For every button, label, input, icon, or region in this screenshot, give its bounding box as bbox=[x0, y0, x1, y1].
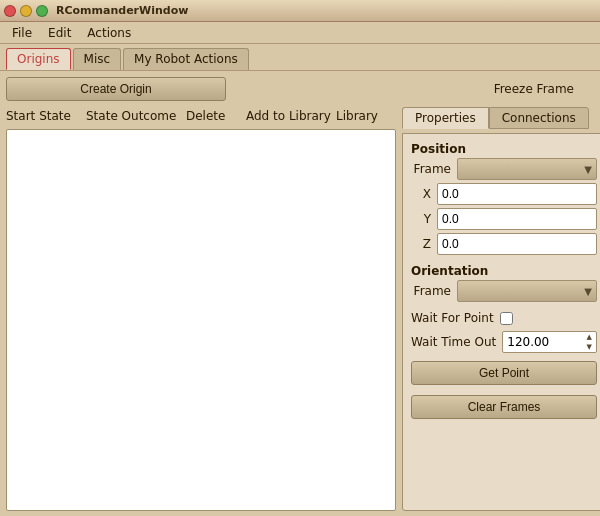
tab-origins[interactable]: Origins bbox=[6, 48, 71, 70]
create-origin-button[interactable]: Create Origin bbox=[6, 77, 226, 101]
position-section: Position Frame ▼ X Y bbox=[411, 142, 597, 258]
x-input[interactable] bbox=[437, 183, 597, 205]
main-content: Create Origin Freeze Frame Start State S… bbox=[0, 71, 600, 516]
orientation-frame-row: Frame ▼ bbox=[411, 280, 597, 302]
y-input[interactable] bbox=[437, 208, 597, 230]
y-row: Y bbox=[411, 208, 597, 230]
orientation-label: Orientation bbox=[411, 264, 597, 278]
wait-time-out-value: 120.00 bbox=[507, 335, 549, 349]
list-area bbox=[6, 129, 396, 511]
tab-misc[interactable]: Misc bbox=[73, 48, 122, 70]
col-delete[interactable]: Delete bbox=[186, 109, 246, 123]
x-label: X bbox=[411, 187, 431, 201]
spinbox-up-icon[interactable]: ▲ bbox=[587, 332, 592, 342]
columns: Start State State Outcome Delete Add to … bbox=[6, 107, 594, 511]
x-row: X bbox=[411, 183, 597, 205]
tab-properties[interactable]: Properties bbox=[402, 107, 489, 129]
wait-time-out-row: Wait Time Out 120.00 ▲ ▼ bbox=[411, 331, 597, 353]
maximize-button[interactable] bbox=[36, 5, 48, 17]
spinbox-arrows: ▲ ▼ bbox=[587, 332, 592, 352]
y-label: Y bbox=[411, 212, 431, 226]
right-panel: Properties Connections Position Frame ▼ … bbox=[402, 107, 600, 511]
get-point-button[interactable]: Get Point bbox=[411, 361, 597, 385]
close-button[interactable] bbox=[4, 5, 16, 17]
orientation-frame-dropdown[interactable]: ▼ bbox=[457, 280, 597, 302]
tabs-bar: Origins Misc My Robot Actions bbox=[0, 44, 600, 71]
wait-for-point-row: Wait For Point bbox=[411, 311, 597, 325]
frame-dropdown[interactable]: ▼ bbox=[457, 158, 597, 180]
dropdown-arrow-icon: ▼ bbox=[584, 164, 592, 175]
title-bar: RCommanderWindow bbox=[0, 0, 600, 22]
clear-frames-button[interactable]: Clear Frames bbox=[411, 395, 597, 419]
menu-bar: File Edit Actions bbox=[0, 22, 600, 44]
tab-my-robot-actions[interactable]: My Robot Actions bbox=[123, 48, 249, 70]
wait-time-out-spinbox[interactable]: 120.00 ▲ ▼ bbox=[502, 331, 597, 353]
window-title: RCommanderWindow bbox=[56, 4, 188, 17]
wait-time-out-label: Wait Time Out bbox=[411, 335, 496, 349]
col-state-outcome[interactable]: State Outcome bbox=[86, 109, 186, 123]
left-panel: Start State State Outcome Delete Add to … bbox=[6, 107, 396, 511]
wait-for-point-label: Wait For Point bbox=[411, 311, 494, 325]
frame-row: Frame ▼ bbox=[411, 158, 597, 180]
z-row: Z bbox=[411, 233, 597, 255]
col-headers: Start State State Outcome Delete Add to … bbox=[6, 107, 396, 125]
col-library[interactable]: Library bbox=[336, 109, 396, 123]
freeze-frame-label: Freeze Frame bbox=[494, 82, 594, 96]
panel-body: Position Frame ▼ X Y bbox=[402, 133, 600, 511]
col-add-to-library[interactable]: Add to Library bbox=[246, 109, 336, 123]
menu-file[interactable]: File bbox=[4, 24, 40, 42]
z-label: Z bbox=[411, 237, 431, 251]
z-input[interactable] bbox=[437, 233, 597, 255]
orientation-dropdown-arrow-icon: ▼ bbox=[584, 286, 592, 297]
title-bar-buttons bbox=[4, 5, 48, 17]
panel-tabs: Properties Connections bbox=[402, 107, 600, 129]
menu-actions[interactable]: Actions bbox=[79, 24, 139, 42]
orientation-frame-label: Frame bbox=[411, 284, 451, 298]
orientation-section: Orientation Frame ▼ bbox=[411, 264, 597, 305]
wait-for-point-checkbox[interactable] bbox=[500, 312, 513, 325]
minimize-button[interactable] bbox=[20, 5, 32, 17]
tab-connections[interactable]: Connections bbox=[489, 107, 589, 129]
spinbox-down-icon[interactable]: ▼ bbox=[587, 342, 592, 352]
frame-label: Frame bbox=[411, 162, 451, 176]
position-label: Position bbox=[411, 142, 597, 156]
menu-edit[interactable]: Edit bbox=[40, 24, 79, 42]
col-start-state[interactable]: Start State bbox=[6, 109, 86, 123]
top-row: Create Origin Freeze Frame bbox=[6, 77, 594, 101]
